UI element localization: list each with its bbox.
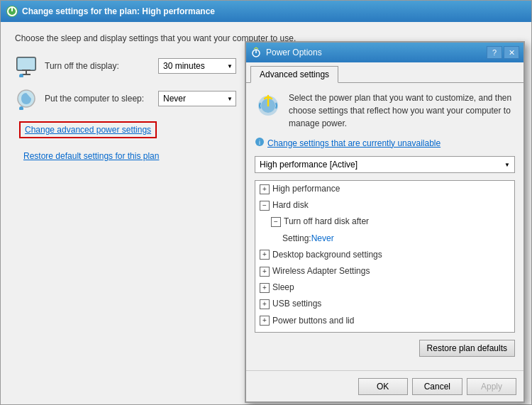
tree-item-hd-setting[interactable]: Setting: Never bbox=[255, 231, 514, 247]
ok-button[interactable]: OK bbox=[358, 378, 408, 395]
tree-item-hard-disk[interactable]: − Hard disk bbox=[255, 197, 514, 213]
plan-select-value: High performance [Active] bbox=[260, 160, 358, 170]
modal-titlebar: Power Options ? ✕ bbox=[246, 43, 523, 62]
unavailable-link[interactable]: i Change settings that are currently una… bbox=[255, 137, 515, 149]
display-arrow: ▼ bbox=[227, 63, 233, 70]
tab-advanced-settings[interactable]: Advanced settings bbox=[250, 66, 338, 83]
tree-item-usb[interactable]: + USB settings bbox=[255, 296, 514, 312]
restore-link[interactable]: Restore default settings for this plan bbox=[23, 151, 159, 161]
sleep-icon bbox=[15, 87, 38, 110]
display-dropdown[interactable]: 30 minutes ▼ bbox=[158, 58, 236, 74]
power-plan-info: Select the power plan that you want to c… bbox=[255, 91, 515, 130]
plan-select-arrow: ▼ bbox=[504, 162, 510, 168]
sleep-label: Put the computer to sleep: bbox=[45, 94, 158, 104]
cancel-button[interactable]: Cancel bbox=[412, 378, 462, 395]
tree-scroll[interactable]: + High performance − Hard disk − Turn of… bbox=[255, 181, 514, 333]
plan-select-dropdown[interactable]: High performance [Active] ▼ bbox=[255, 156, 515, 173]
modal-title: Power Options bbox=[266, 48, 322, 57]
apply-button[interactable]: Apply bbox=[467, 378, 516, 395]
power-plan-text: Select the power plan that you want to c… bbox=[289, 91, 515, 130]
modal-tabs: Advanced settings bbox=[246, 62, 523, 83]
expand-icon[interactable]: − bbox=[271, 217, 281, 227]
modal-footer: OK Cancel Apply bbox=[246, 370, 523, 401]
restore-defaults-row: Restore plan defaults bbox=[255, 340, 515, 357]
modal-titlebar-buttons: ? ✕ bbox=[487, 46, 519, 59]
expand-icon[interactable]: + bbox=[260, 184, 270, 194]
svg-rect-3 bbox=[17, 57, 35, 70]
expand-icon[interactable]: − bbox=[260, 201, 270, 211]
tree-item-power-buttons[interactable]: + Power buttons and lid bbox=[255, 313, 514, 329]
tree-item-desktop-bg[interactable]: + Desktop background settings bbox=[255, 247, 514, 263]
display-label: Turn off the display: bbox=[45, 61, 158, 71]
modal-title-left: Power Options bbox=[250, 47, 322, 58]
modal-body: Select the power plan that you want to c… bbox=[246, 83, 523, 365]
modal-close-btn[interactable]: ✕ bbox=[504, 46, 519, 59]
sleep-value: Never bbox=[163, 94, 186, 104]
power-options-modal: Power Options ? ✕ Advanced settings bbox=[245, 41, 525, 403]
bg-title-text: Change settings for the plan: High perfo… bbox=[22, 6, 215, 16]
bg-titlebar: Change settings for the plan: High perfo… bbox=[1, 1, 531, 22]
tree-item-turn-off-hd[interactable]: − Turn off hard disk after bbox=[255, 213, 514, 230]
display-value: 30 minutes bbox=[163, 61, 205, 71]
power-plan-icon bbox=[255, 91, 282, 118]
expand-icon[interactable]: + bbox=[260, 332, 270, 333]
bg-title-icon bbox=[6, 6, 18, 17]
tree-container[interactable]: + High performance − Hard disk − Turn of… bbox=[255, 180, 515, 333]
plan-select-row: High performance [Active] ▼ bbox=[255, 156, 515, 173]
svg-text:i: i bbox=[259, 139, 260, 146]
expand-icon[interactable]: + bbox=[260, 299, 270, 309]
display-icon bbox=[15, 55, 38, 77]
expand-icon[interactable]: + bbox=[260, 316, 270, 326]
expand-icon[interactable]: + bbox=[260, 283, 270, 293]
sleep-arrow: ▼ bbox=[227, 96, 233, 102]
restore-defaults-btn[interactable]: Restore plan defaults bbox=[419, 340, 515, 357]
modal-title-icon bbox=[250, 47, 262, 58]
tree-item-pci[interactable]: + PCI Express bbox=[255, 329, 514, 333]
modal-help-btn[interactable]: ? bbox=[487, 46, 502, 59]
tree-item-wireless[interactable]: + Wireless Adapter Settings bbox=[255, 263, 514, 279]
expand-icon[interactable]: + bbox=[260, 250, 270, 260]
expand-icon[interactable]: + bbox=[260, 267, 270, 277]
tree-item-sleep[interactable]: + Sleep bbox=[255, 279, 514, 296]
sleep-dropdown[interactable]: Never ▼ bbox=[158, 91, 236, 106]
unavail-icon: i bbox=[255, 137, 265, 149]
tree-item-high-performance[interactable]: + High performance bbox=[255, 181, 514, 197]
